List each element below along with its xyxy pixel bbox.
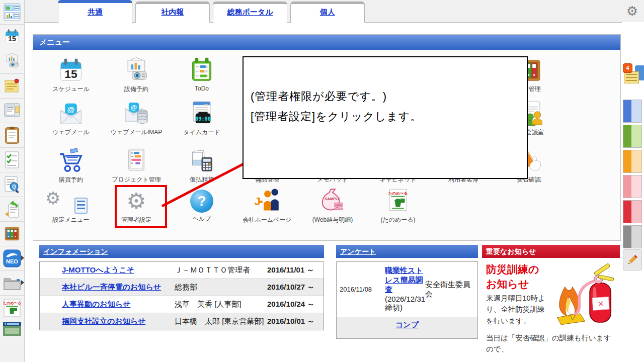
timecard-clock-icon: 09:00 <box>188 100 215 127</box>
svg-text:たのめ〜る: たのめ〜る <box>4 301 21 305</box>
projector-icon <box>123 57 150 84</box>
svg-text:15: 15 <box>8 35 16 43</box>
survey-table: 2016/11/08 職業性ストレス簡易調査(2026/12/31締切) 安全衛… <box>336 261 478 339</box>
menu-item-project[interactable]: プロジェクト管理 <box>104 147 169 184</box>
info-date: 2016/10/01 ～ <box>267 317 324 326</box>
menu-item-company-homepage[interactable]: J 会社ホームページ <box>234 188 300 224</box>
folder-icon <box>3 276 21 291</box>
menu-item-webmail[interactable]: @ ウェブメール <box>38 100 104 137</box>
todo-list-icon <box>188 57 215 84</box>
survey-row[interactable]: コンプ <box>337 317 477 338</box>
sidebar-item-document[interactable] <box>0 123 24 148</box>
edit-pencil-button[interactable] <box>623 249 642 270</box>
panel-shortcut-blue[interactable] <box>623 100 642 123</box>
notice-body-text: 当日は「安否確認」の訓練も行いますので、 <box>486 331 617 355</box>
tab-somu-portal[interactable]: 総務ポータル <box>213 2 287 23</box>
tab-kyotsu[interactable]: 共通 <box>58 0 132 24</box>
information-row[interactable]: J-MOTTOへようこそ Ｊ－ＭＯＴＴＯ管理者 2016/11/01 ～ <box>40 262 324 279</box>
portal-layout-icon <box>4 3 21 21</box>
info-link[interactable]: J-MOTTOへようこそ <box>62 265 134 274</box>
info-author: 総務部 <box>174 282 267 293</box>
tanomeru-logo-icon: たのめ〜る <box>384 188 412 215</box>
shopping-cart-icon <box>57 147 85 174</box>
calendar-icon: 15 <box>57 57 85 84</box>
important-notice-body: ✕ 防災訓練のお知らせ 来週月曜日10時より、全社防災訓練を行います。 当日は「… <box>482 258 620 355</box>
sidebar-item-schedule[interactable]: 15 <box>0 25 24 49</box>
panel-shortcut-pink[interactable] <box>623 175 642 198</box>
menu-item-purchase[interactable]: 購買予約 <box>38 147 104 184</box>
calculator-documents-icon <box>188 147 215 174</box>
menu-item-timecard[interactable]: 09:00 タイムカード <box>169 100 234 137</box>
panel-shortcut-red[interactable] <box>623 200 642 223</box>
menu-item-settings-menu[interactable]: ⚙ 設定メニュー <box>38 188 104 224</box>
information-panel: インフォメーション J-MOTTOへようこそ Ｊ－ＭＯＴＴＯ管理者 2016/1… <box>39 245 324 330</box>
clipboard-icon <box>5 126 20 144</box>
settings-gear-icon[interactable]: ⚙ <box>626 3 638 19</box>
menu-item-webmail-imap[interactable]: @ ウェブメールIMAP <box>104 100 169 137</box>
sidebar-item-cabinet[interactable] <box>0 222 24 246</box>
sidebar-item-neo[interactable]: NEO <box>0 246 24 271</box>
svg-text:✕: ✕ <box>597 299 604 308</box>
tanomeru-logo-icon: たのめ〜る <box>4 299 21 317</box>
info-date: 2016/11/01 ～ <box>267 265 324 275</box>
payslip-sample-icon: SAMPLE <box>319 188 346 215</box>
menu-item-todo[interactable]: ToDo <box>169 57 234 92</box>
sidebar-item-workflow[interactable] <box>0 197 24 222</box>
notice-body-text: 来週月曜日10時より、全社防災訓練を行います。 <box>486 293 548 326</box>
information-row[interactable]: 福岡支社設立のお知らせ 日本橋 太郎 [東京営業部] 2016/10/01 ～ <box>40 313 324 330</box>
survey-link[interactable]: 職業性ストレス簡易調査 <box>385 266 423 294</box>
sidebar-item-survey[interactable] <box>0 148 24 172</box>
info-date: 2016/10/24 ～ <box>267 300 324 309</box>
information-row[interactable]: 人事異動のお知らせ 浅草 美香 [人事部] 2016/10/24 ～ <box>40 296 324 313</box>
webmail-database-icon: @ <box>123 100 150 127</box>
survey-panel-header[interactable]: アンケート <box>336 245 478 258</box>
info-link[interactable]: 福岡支社設立のお知らせ <box>62 317 145 325</box>
information-row[interactable]: 本社ビル一斉停電のお知らせ 総務部 2016/10/27 ～ <box>40 279 324 296</box>
sidebar-item-search[interactable]: Q <box>0 172 24 197</box>
svg-text:Q: Q <box>12 184 16 190</box>
svg-text:NEO: NEO <box>6 258 18 264</box>
svg-text:@: @ <box>131 104 137 111</box>
info-date: 2016/10/27 ～ <box>267 283 324 292</box>
message-memo-shortcut[interactable]: 4 <box>624 64 644 86</box>
survey-link[interactable]: コンプ <box>395 320 419 329</box>
portal-tab-bar: 共通 社内報 総務ポータル 個人 ⚙ <box>24 0 644 23</box>
tab-kojin[interactable]: 個人 <box>290 2 365 23</box>
information-panel-header[interactable]: インフォメーション <box>39 245 324 258</box>
tab-shanaiho[interactable]: 社内報 <box>135 2 210 23</box>
menu-item-tanomeru[interactable]: たのめ〜る (たのめーる) <box>365 188 431 224</box>
sidebar-item-portal[interactable] <box>0 0 24 25</box>
menu-item-schedule[interactable]: 15 スケジュール <box>38 57 104 94</box>
sidebar-banner[interactable] <box>0 320 24 337</box>
svg-text:@: @ <box>67 105 75 114</box>
survey-target: 安全衛生委員会 <box>425 280 477 299</box>
sidebar-item-board[interactable] <box>0 99 24 123</box>
neo-app-icon: NEO <box>3 249 21 267</box>
panel-shortcut-orange[interactable] <box>623 150 642 173</box>
binders-icon <box>4 225 21 242</box>
expand-arrow-icon <box>21 255 24 260</box>
survey-deadline: (2026/12/31締切) <box>385 295 425 312</box>
info-link[interactable]: 人事異動のお知らせ <box>62 300 130 308</box>
fire-extinguisher-illustration: ✕ <box>547 262 617 331</box>
sidebar-item-facility[interactable] <box>0 49 24 74</box>
workflow-icon <box>4 200 21 218</box>
sidebar-item-tanomeru[interactable]: たのめ〜る <box>0 296 24 320</box>
menu-item-web-payslip[interactable]: SAMPLE (たのめーる) (Web給与明細) <box>300 188 365 224</box>
info-author: 日本橋 太郎 [東京営業部] <box>174 316 267 327</box>
projector-icon <box>4 52 21 70</box>
panel-shortcut-green[interactable] <box>623 125 642 148</box>
search-document-icon: Q <box>4 175 20 194</box>
survey-row[interactable]: 2016/11/08 職業性ストレス簡易調査(2026/12/31締切) 安全衛… <box>337 262 477 317</box>
menu-item-expense[interactable]: 仮払精算 <box>169 147 234 184</box>
menu-item-help[interactable]: ? ヘルプ <box>169 188 234 223</box>
panel-shortcut-gray[interactable] <box>623 225 642 248</box>
sidebar-item-memo[interactable] <box>0 74 24 99</box>
info-link[interactable]: 本社ビル一斉停電のお知らせ <box>62 283 161 291</box>
sidebar-item-folder[interactable] <box>0 271 24 296</box>
menu-item-facility[interactable]: 設備予約 <box>104 57 169 94</box>
survey-date: 2016/11/08 <box>337 286 385 293</box>
expand-arrow-icon <box>21 280 24 285</box>
gear-icon: ⚙ <box>45 185 60 212</box>
information-table: J-MOTTOへようこそ Ｊ－ＭＯＴＴＯ管理者 2016/11/01 ～ 本社ビ… <box>39 261 324 330</box>
